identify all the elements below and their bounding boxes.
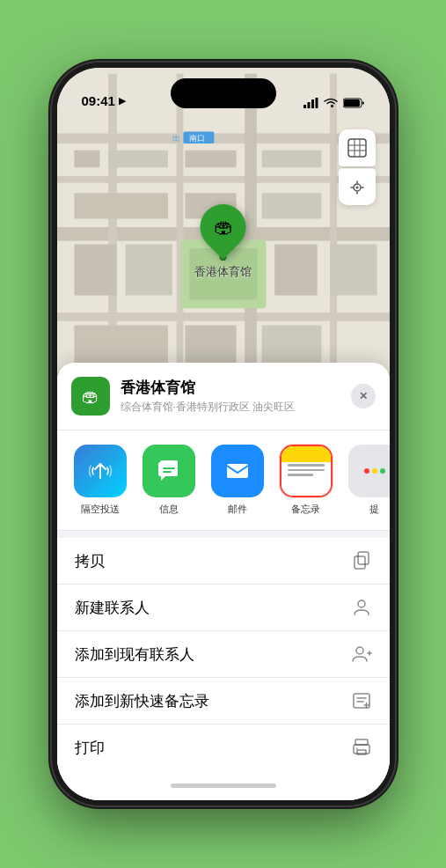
more-icon-container (348, 445, 390, 497)
add-existing-label: 添加到现有联系人 (75, 644, 194, 665)
svg-rect-3 (315, 98, 318, 108)
svg-point-45 (356, 647, 363, 654)
svg-rect-35 (348, 139, 366, 157)
location-arrow-icon: ▶ (119, 95, 126, 107)
notes-icon-bg (281, 446, 331, 496)
location-pin: 🏟 香港体育馆 (194, 204, 252, 280)
svg-rect-16 (74, 151, 99, 167)
home-bar (171, 783, 276, 788)
svg-rect-2 (311, 99, 314, 108)
notes-icon-container (280, 445, 333, 497)
add-existing-icon (351, 644, 372, 665)
svg-rect-26 (125, 244, 172, 295)
quick-note-icon (351, 690, 372, 711)
close-button[interactable]: ✕ (351, 384, 376, 408)
home-indicator (57, 770, 390, 800)
phone-screen: 09:41 ▶ (57, 68, 390, 800)
svg-rect-0 (303, 105, 306, 108)
svg-rect-29 (74, 326, 168, 364)
battery-icon (343, 98, 365, 108)
action-new-contact[interactable]: 新建联系人 (57, 585, 390, 631)
svg-rect-10 (57, 313, 390, 321)
add-quick-note-label: 添加到新快速备忘录 (75, 691, 209, 711)
svg-rect-28 (330, 244, 377, 295)
action-add-existing[interactable]: 添加到现有联系人 (57, 631, 390, 678)
svg-rect-43 (355, 556, 365, 569)
airdrop-label: 隔空投送 (81, 503, 120, 516)
location-logo-icon: 🏟 (82, 386, 99, 407)
status-icons (303, 98, 365, 108)
close-icon: ✕ (359, 390, 368, 402)
share-item-message[interactable]: 信息 (140, 445, 198, 516)
svg-rect-22 (261, 193, 321, 218)
notes-line-3 (288, 474, 313, 476)
bottom-sheet: 🏟 香港体育馆 综合体育馆·香港特别行政区 油尖旺区 ✕ (57, 363, 390, 800)
svg-rect-30 (185, 326, 236, 364)
location-name: 香港体育馆 (121, 378, 296, 398)
mail-icon (211, 445, 264, 497)
status-time: 09:41 (82, 93, 115, 108)
svg-rect-38 (227, 464, 248, 478)
svg-rect-49 (357, 750, 366, 754)
svg-rect-47 (355, 739, 368, 745)
notes-line-1 (288, 464, 325, 467)
wifi-icon (324, 98, 338, 108)
dynamic-island (171, 78, 276, 108)
new-contact-icon (351, 597, 372, 618)
notes-label: 备忘录 (291, 503, 320, 516)
action-copy[interactable]: 拷贝 (57, 538, 390, 585)
location-text: 香港体育馆 综合体育馆·香港特别行政区 油尖旺区 (121, 378, 296, 415)
notes-lines (281, 446, 331, 480)
svg-point-37 (355, 186, 358, 188)
location-logo: 🏟 (71, 377, 110, 416)
svg-rect-17 (108, 151, 168, 167)
mail-label: 邮件 (228, 503, 247, 516)
action-list: 拷贝 新建联系人 添加到现有联系人 (57, 538, 390, 770)
svg-rect-31 (261, 326, 321, 364)
signal-icon (303, 98, 318, 108)
action-print[interactable]: 打印 (57, 725, 390, 770)
map-controls (339, 129, 376, 205)
message-label: 信息 (159, 503, 179, 516)
share-item-notes[interactable]: 备忘录 (277, 445, 335, 516)
svg-point-50 (355, 748, 357, 750)
svg-rect-42 (358, 552, 369, 564)
pin-stadium-icon: 🏟 (214, 216, 233, 239)
action-add-quick-note[interactable]: 添加到新快速备忘录 (57, 678, 390, 725)
svg-rect-18 (185, 151, 236, 167)
svg-point-40 (372, 468, 377, 474)
svg-rect-27 (274, 244, 317, 295)
pin-label: 香港体育馆 (194, 264, 252, 280)
notes-line-2 (288, 469, 325, 472)
share-item-mail[interactable]: 邮件 (208, 445, 267, 516)
svg-rect-19 (261, 151, 321, 167)
svg-point-39 (364, 468, 369, 474)
print-label: 打印 (75, 738, 105, 758)
print-icon (351, 737, 372, 758)
map-type-button[interactable] (339, 129, 376, 166)
share-row: 隔空投送 信息 (57, 430, 390, 531)
new-contact-label: 新建联系人 (75, 598, 150, 618)
svg-point-44 (358, 600, 365, 607)
svg-rect-5 (344, 99, 360, 107)
location-info: 🏟 香港体育馆 综合体育馆·香港特别行政区 油尖旺区 (71, 377, 296, 416)
airdrop-icon (74, 445, 127, 497)
phone-frame: 09:41 ▶ (52, 63, 395, 805)
more-label: 提 (369, 503, 379, 516)
copy-label: 拷贝 (75, 551, 105, 571)
share-item-airdrop[interactable]: 隔空投送 (71, 445, 129, 516)
location-button[interactable] (339, 168, 376, 205)
svg-point-41 (380, 468, 385, 474)
svg-text:出: 出 (172, 134, 179, 143)
location-card: 🏟 香港体育馆 综合体育馆·香港特别行政区 油尖旺区 ✕ (57, 363, 390, 430)
svg-rect-1 (307, 102, 310, 108)
svg-rect-25 (74, 244, 116, 295)
copy-icon (351, 550, 372, 571)
svg-rect-20 (74, 193, 168, 218)
message-icon (143, 445, 195, 497)
location-subtitle: 综合体育馆·香港特别行政区 油尖旺区 (121, 400, 296, 415)
share-item-more[interactable]: 提 (346, 445, 390, 516)
svg-text:南口: 南口 (189, 134, 205, 143)
